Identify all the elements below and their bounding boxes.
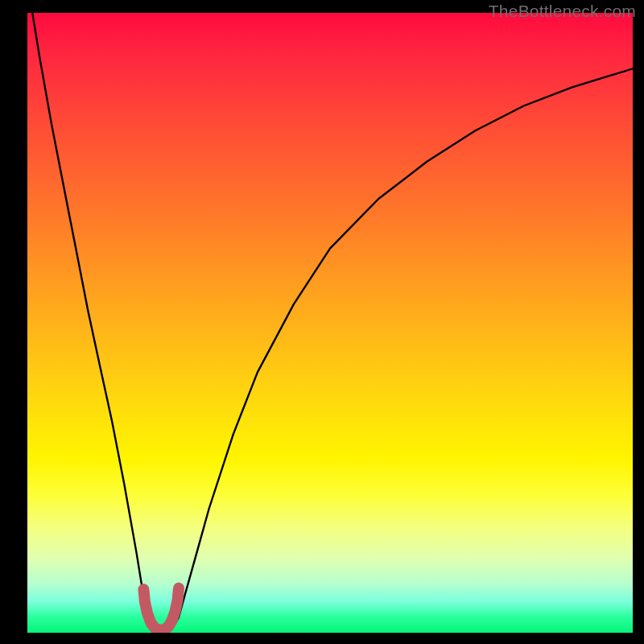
chart-frame: TheBottleneck.com <box>0 0 644 644</box>
bottleneck-curve <box>27 13 633 630</box>
plot-area <box>27 13 633 633</box>
curve-layer <box>27 13 633 633</box>
watermark-text: TheBottleneck.com <box>489 2 636 21</box>
trough-marker <box>143 588 179 630</box>
